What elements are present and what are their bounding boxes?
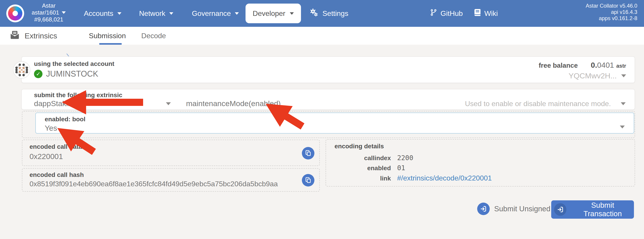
collator-version: Astar Collator v5.46.0 — [586, 3, 637, 9]
enabled-bool-select[interactable]: enabled: bool Yes — [35, 113, 634, 134]
book-icon — [474, 9, 481, 18]
call-data-value: 0x220001 — [30, 152, 63, 161]
chevron-down-icon — [290, 12, 294, 15]
free-balance-int: 0. — [591, 61, 597, 69]
section-title-label: Extrinsics — [24, 31, 57, 40]
astar-logo — [6, 4, 24, 22]
copy-call-hash-button[interactable] — [302, 174, 314, 187]
active-tab-underline — [99, 43, 122, 45]
chevron-down-icon — [621, 102, 626, 105]
encoding-row-link: link #/extrinsics/decode/0x220001 — [334, 174, 492, 184]
best-block-number: #9,668,021 — [25, 16, 72, 23]
selected-account-card: using the selected account ✓ JUMINSTOCK … — [21, 56, 635, 83]
free-balance-label: free balance — [539, 62, 578, 69]
call-hash-label: encoded call hash — [30, 171, 84, 179]
apps-version: apps v0.161.2-8 — [586, 15, 637, 21]
chain-name: Astar — [25, 2, 72, 9]
github-link[interactable]: GitHub — [430, 0, 463, 27]
nav-governance[interactable]: Governance — [192, 0, 239, 27]
chevron-down-icon — [118, 12, 122, 15]
page-tab-bar: Extrinsics Submission Decode — [0, 27, 644, 45]
gear-icon — [309, 8, 318, 19]
param-value: Yes — [45, 124, 57, 132]
api-version: api v16.4.3 — [586, 9, 637, 15]
extrinsic-caption: submit the following extrinsic — [34, 92, 122, 99]
chain-spec: astar/1601 — [32, 9, 59, 16]
chevron-down-icon — [235, 12, 239, 15]
top-nav-bar: Astar astar/1601 #9,668,021 Accounts Net… — [0, 0, 644, 27]
github-branch-icon — [430, 9, 438, 18]
param-label: enabled: bool — [45, 116, 86, 123]
free-balance-decimals: 0401 — [597, 61, 614, 69]
account-identicon[interactable] — [13, 61, 30, 79]
tab-decode[interactable]: Decode — [139, 27, 168, 45]
call-data-label: encoded call data — [30, 143, 82, 150]
account-address-dropdown[interactable]: YQCMwv2H... — [569, 71, 626, 80]
astar-logo-knot — [8, 6, 22, 20]
call-hash-value: 0x8519f3f091e4eb690ea6f8ae1e365fcfc84fd4… — [30, 180, 278, 188]
chevron-down-icon — [166, 102, 171, 105]
account-caption: using the selected account — [34, 60, 114, 67]
chain-selector[interactable]: Astar astar/1601 #9,668,021 — [25, 2, 72, 23]
encoding-details-box: encoding details callindex 2200 enabled … — [326, 139, 635, 187]
params-container: enabled: bool Yes — [22, 111, 635, 138]
extrinsic-card: submit the following extrinsic dappStaki… — [21, 89, 635, 110]
nav-network[interactable]: Network — [139, 0, 173, 27]
nav-developer-active[interactable]: Developer — [246, 3, 301, 23]
valid-check-icon: ✓ — [34, 70, 42, 78]
pallet-select[interactable]: dappStaking — [34, 99, 76, 108]
copy-icon — [305, 150, 312, 157]
method-select[interactable]: maintenanceMode(enabled) — [186, 99, 281, 108]
chevron-down-icon — [621, 74, 626, 77]
sign-in-icon — [477, 203, 490, 215]
chevron-down-icon — [169, 12, 173, 15]
free-balance-unit: astr — [616, 63, 626, 69]
nav-settings[interactable]: Settings — [309, 0, 348, 27]
free-balance: free balance 0. 0401 astr — [539, 61, 626, 69]
encoded-call-data-box: encoded call data 0x220001 — [22, 140, 320, 166]
encoding-row-callindex: callindex 2200 — [334, 154, 492, 164]
chevron-down-icon — [62, 11, 66, 14]
sign-in-icon — [554, 203, 566, 216]
encoding-row-enabled: enabled 01 — [334, 164, 492, 174]
account-name: JUMINSTOCK — [46, 69, 98, 79]
runtime-versions: Astar Collator v5.46.0 api v16.4.3 apps … — [586, 3, 637, 21]
decode-link[interactable]: #/extrinsics/decode/0x220001 — [397, 174, 492, 182]
copy-call-data-button[interactable] — [302, 147, 314, 160]
wiki-link[interactable]: Wiki — [474, 0, 498, 27]
copy-icon — [305, 177, 312, 184]
encoded-call-hash-box: encoded call hash 0x8519f3f091e4eb690ea6… — [22, 168, 320, 192]
envelope-icon — [10, 30, 20, 41]
submit-transaction-button[interactable]: Submit Transaction — [551, 200, 634, 219]
astar-apps-window: Astar astar/1601 #9,668,021 Accounts Net… — [0, 0, 644, 239]
encoding-details-label: encoding details — [334, 143, 384, 150]
account-address-short: YQCMwv2H... — [569, 71, 617, 80]
nav-accounts[interactable]: Accounts — [84, 0, 122, 27]
tab-submission[interactable]: Submission — [90, 27, 125, 45]
submit-unsigned-button[interactable]: Submit Unsigned — [477, 203, 550, 215]
chevron-down-icon — [620, 126, 625, 128]
method-hint: Used to enable or disable maintenance mo… — [465, 100, 611, 108]
section-title: Extrinsics — [10, 27, 57, 45]
